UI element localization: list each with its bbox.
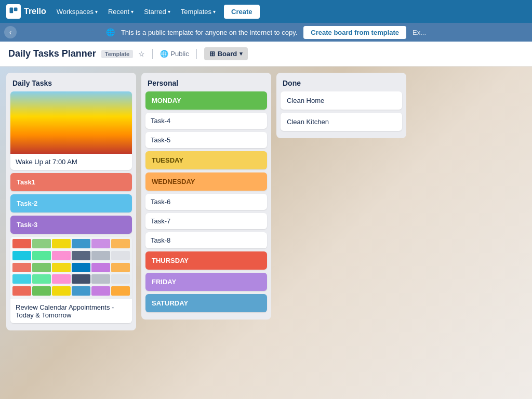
star-button[interactable]: ☆ <box>138 50 145 58</box>
globe-small-icon: 🌐 <box>160 50 168 58</box>
board-background: Daily Tasks Wake Up at 7:00 AM Task1 Tas… <box>0 66 532 399</box>
card-task8[interactable]: Task-8 <box>145 232 267 248</box>
recent-chevron-icon: ▾ <box>131 9 134 15</box>
list-title-personal: Personal <box>145 77 267 91</box>
board-icon: ⊞ <box>209 50 215 58</box>
list-done: Done Clean Home Clean Kitchen <box>276 73 406 138</box>
banner-message: This is a public template for anyone on … <box>121 29 297 36</box>
card-saturday[interactable]: SATURDAY <box>145 294 267 312</box>
card-task4[interactable]: Task-4 <box>145 113 267 129</box>
card-thursday[interactable]: THURSDAY <box>145 251 267 270</box>
card-cover-sunrise <box>10 91 132 154</box>
svg-rect-0 <box>10 8 14 14</box>
lists-container: Daily Tasks Wake Up at 7:00 AM Task1 Tas… <box>6 73 406 330</box>
trello-logo[interactable]: Trello <box>6 4 46 19</box>
card-cover-notes <box>10 237 132 299</box>
template-badge: Template <box>101 50 133 58</box>
starred-chevron-icon: ▾ <box>168 9 170 15</box>
workspaces-menu[interactable]: Workspaces ▾ <box>52 5 102 18</box>
template-banner: ‹ 🌐 This is a public template for anyone… <box>0 23 532 42</box>
card-clean-kitchen[interactable]: Clean Kitchen <box>281 113 402 131</box>
banner-back-button[interactable]: ‹ <box>4 26 17 38</box>
svg-rect-1 <box>14 8 18 11</box>
list-personal: Personal MONDAY Task-4 Task-5 TUESDAY WE… <box>141 73 271 320</box>
header-divider-2 <box>196 49 197 59</box>
card-friday[interactable]: FRIDAY <box>145 273 267 291</box>
list-title-done: Done <box>281 77 402 91</box>
card-tuesday[interactable]: TUESDAY <box>145 151 267 169</box>
list-title-daily-tasks: Daily Tasks <box>10 77 132 91</box>
templates-menu[interactable]: Templates ▾ <box>177 5 220 18</box>
card-monday[interactable]: MONDAY <box>145 91 267 110</box>
templates-chevron-icon: ▾ <box>213 9 216 15</box>
card-task1[interactable]: Task1 <box>10 173 132 191</box>
starred-menu[interactable]: Starred ▾ <box>140 5 175 18</box>
card-wednesday[interactable]: WEDNESDAY <box>145 172 267 191</box>
card-task6[interactable]: Task-6 <box>145 194 267 210</box>
card-clean-home[interactable]: Clean Home <box>281 91 402 110</box>
card-task2[interactable]: Task-2 <box>10 194 132 212</box>
header-divider <box>152 49 153 59</box>
card-task5[interactable]: Task-5 <box>145 132 267 148</box>
banner-extra[interactable]: Ex... <box>413 29 426 36</box>
board-title: Daily Tasks Planner <box>8 48 96 59</box>
recent-menu[interactable]: Recent ▾ <box>104 5 138 18</box>
card-task3[interactable]: Task-3 <box>10 216 132 234</box>
board-header: Daily Tasks Planner Template ☆ 🌐 Public … <box>0 42 532 66</box>
create-button[interactable]: Create <box>224 5 259 19</box>
card-wake-up[interactable]: Wake Up at 7:00 AM <box>10 91 132 170</box>
trello-logo-icon <box>6 4 21 19</box>
card-task7[interactable]: Task-7 <box>145 213 267 229</box>
list-daily-tasks: Daily Tasks Wake Up at 7:00 AM Task1 Tas… <box>6 73 136 330</box>
visibility-badge: 🌐 Public <box>160 50 189 58</box>
create-from-template-button[interactable]: Create board from template <box>303 26 406 39</box>
workspaces-chevron-icon: ▾ <box>95 9 98 15</box>
view-chevron-icon: ▾ <box>240 50 243 57</box>
top-navigation: Trello Workspaces ▾ Recent ▾ Starred ▾ T… <box>0 0 532 23</box>
globe-icon: 🌐 <box>106 28 115 36</box>
board-view-button[interactable]: ⊞ Board ▾ <box>204 47 248 60</box>
card-review-calendar[interactable]: Review Calendar Appointments - Today & T… <box>10 237 132 323</box>
